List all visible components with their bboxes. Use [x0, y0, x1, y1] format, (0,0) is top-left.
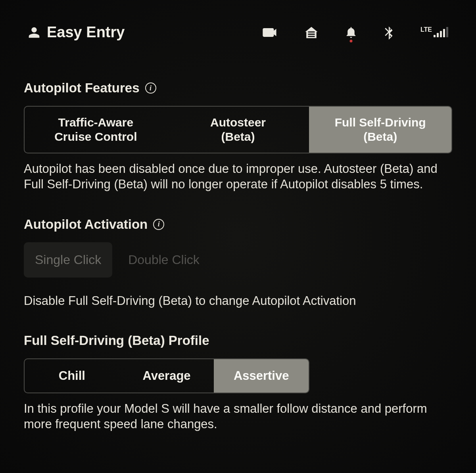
autopilot-features-section: Autopilot Features i Traffic-Aware Cruis… — [24, 80, 452, 192]
option-average[interactable]: Average — [119, 359, 214, 393]
cellular-signal[interactable]: LTE — [420, 28, 448, 37]
info-icon[interactable]: i — [145, 82, 156, 94]
bluetooth-icon — [384, 25, 393, 40]
notifications-button[interactable] — [345, 26, 357, 39]
network-type-label: LTE — [420, 26, 432, 33]
dashcam-button[interactable] — [263, 27, 278, 38]
person-icon — [28, 26, 40, 39]
bell-icon — [345, 26, 357, 39]
fsd-profile-selector: Chill Average Assertive — [24, 358, 309, 393]
notification-dot — [349, 40, 352, 42]
autopilot-activation-section: Autopilot Activation i Single Click Doub… — [24, 217, 452, 309]
option-chill[interactable]: Chill — [25, 359, 119, 393]
garage-icon — [305, 26, 318, 39]
status-icons: LTE — [263, 25, 448, 40]
option-autosteer-beta[interactable]: Autosteer (Beta) — [167, 107, 309, 153]
driver-profile-name: Easy Entry — [47, 24, 125, 41]
camera-icon — [263, 27, 278, 38]
homelink-button[interactable] — [305, 26, 318, 39]
signal-bars-icon — [434, 28, 448, 37]
driver-profile-selector[interactable]: Easy Entry — [28, 24, 125, 41]
autopilot-warning-text: Autopilot has been disabled once due to … — [24, 161, 452, 192]
autopilot-features-selector: Traffic-Aware Cruise Control Autosteer (… — [24, 106, 452, 153]
info-icon[interactable]: i — [153, 219, 164, 230]
option-single-click: Single Click — [24, 242, 112, 278]
activation-disabled-note: Disable Full Self-Driving (Beta) to chan… — [24, 293, 452, 309]
fsd-profile-description: In this profile your Model S will have a… — [24, 401, 452, 432]
fsd-profile-title: Full Self-Driving (Beta) Profile — [24, 333, 209, 348]
fsd-profile-section: Full Self-Driving (Beta) Profile Chill A… — [24, 333, 452, 432]
autopilot-activation-title: Autopilot Activation — [24, 217, 148, 232]
bluetooth-button[interactable] — [384, 25, 393, 40]
option-traffic-aware-cruise[interactable]: Traffic-Aware Cruise Control — [25, 107, 167, 153]
option-assertive[interactable]: Assertive — [214, 359, 309, 393]
option-full-self-driving-beta[interactable]: Full Self-Driving (Beta) — [309, 107, 451, 153]
autopilot-features-title: Autopilot Features — [24, 80, 140, 96]
option-double-click: Double Click — [117, 242, 211, 278]
status-bar: Easy Entry LTE — [24, 24, 452, 41]
autopilot-activation-selector: Single Click Double Click — [24, 242, 222, 278]
